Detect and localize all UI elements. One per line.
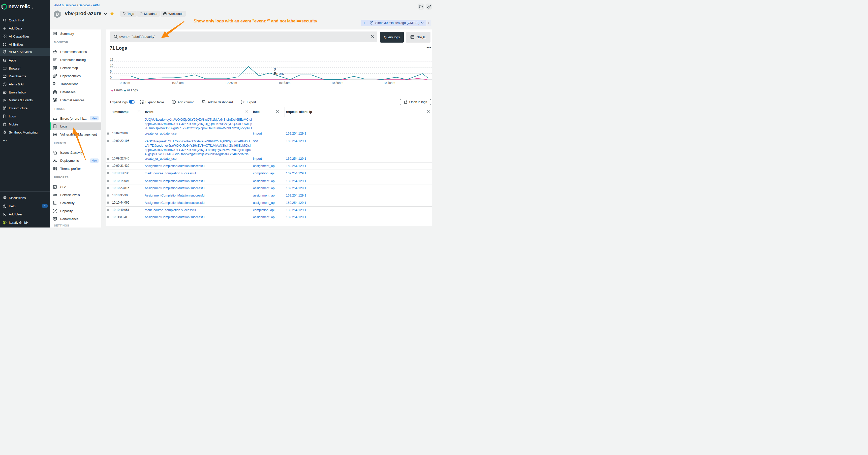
svg-text:®: ® [32,7,33,9]
svg-text:new relic: new relic [8,3,30,9]
